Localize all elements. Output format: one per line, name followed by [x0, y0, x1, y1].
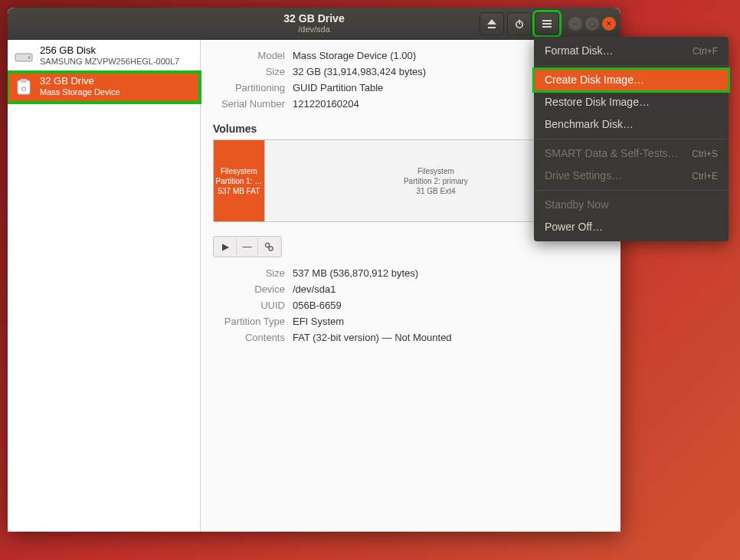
- disk-subtitle: Mass Storage Device: [40, 87, 120, 97]
- menu-label: Standby Now: [545, 197, 608, 213]
- close-button[interactable]: ✕: [602, 17, 616, 31]
- partition-settings-button[interactable]: [258, 238, 280, 255]
- vol-line: Filesystem: [417, 166, 454, 176]
- maximize-button[interactable]: ▢: [585, 17, 599, 31]
- menu-restore-disk-image[interactable]: Restore Disk Image…: [534, 91, 729, 113]
- menu-format-disk[interactable]: Format Disk… Ctrl+F: [534, 40, 729, 62]
- vol-line: Partition 1: …: [216, 176, 263, 186]
- vol-line: Partition 2: primary: [404, 176, 468, 186]
- window-title: 32 GB Drive: [283, 13, 344, 25]
- menu-label: Restore Disk Image…: [545, 94, 650, 110]
- minimize-button[interactable]: –: [568, 17, 582, 31]
- value-vol-size: 537 MB (536,870,912 bytes): [293, 267, 608, 279]
- value-vol-uuid: 056B-6659: [293, 300, 608, 311]
- menu-accel: Ctrl+S: [692, 147, 718, 161]
- window-subtitle: /dev/sda: [283, 25, 344, 34]
- menu-label: Create Disk Image…: [545, 72, 644, 88]
- value-vol-contents: FAT (32-bit version) — Not Mounted: [293, 332, 608, 343]
- power-button[interactable]: [507, 12, 532, 35]
- menu-label: Format Disk…: [545, 43, 613, 59]
- label-partitioning: Partitioning: [213, 82, 293, 93]
- menu-accel: Ctrl+F: [693, 44, 718, 58]
- disk-item-32gb[interactable]: 32 GB Drive Mass Storage Device: [8, 72, 200, 103]
- drive-menu: Format Disk… Ctrl+F Create Disk Image… R…: [534, 37, 729, 241]
- menu-standby-now: Standby Now: [534, 194, 729, 216]
- disk-item-256gb[interactable]: 256 GB Disk SAMSUNG MZVPW256HEGL-000L7: [8, 41, 200, 72]
- vol-line: 31 GB Ext4: [416, 186, 455, 196]
- svg-point-8: [269, 247, 273, 251]
- vol-line: Filesystem: [221, 166, 257, 176]
- label-vol-ptype: Partition Type: [213, 316, 293, 327]
- hdd-icon: [14, 47, 34, 67]
- svg-point-7: [265, 243, 269, 247]
- menu-smart-data: SMART Data & Self-Tests… Ctrl+S: [534, 142, 729, 165]
- disk-title: 256 GB Disk: [40, 44, 179, 57]
- volume-partition-1[interactable]: Filesystem Partition 1: … 537 MB FAT: [214, 140, 265, 221]
- menu-separator: [534, 190, 729, 191]
- menu-separator: [534, 139, 729, 139]
- titlebar-actions: – ▢ ✕: [480, 12, 620, 35]
- volume-toolbar: ▶ —: [213, 236, 282, 257]
- menu-drive-settings: Drive Settings… Ctrl+E: [534, 165, 729, 187]
- disks-window: 32 GB Drive /dev/sda – ▢ ✕: [8, 8, 620, 532]
- menu-accel: Ctrl+E: [692, 169, 718, 183]
- menu-separator: [534, 65, 729, 66]
- disk-subtitle: SAMSUNG MZVPW256HEGL-000L7: [40, 57, 179, 67]
- menu-label: Power Off…: [545, 219, 603, 235]
- label-size: Size: [213, 66, 293, 77]
- svg-rect-5: [21, 79, 27, 83]
- titlebar[interactable]: 32 GB Drive /dev/sda – ▢ ✕: [8, 8, 620, 40]
- svg-point-3: [28, 57, 31, 59]
- disk-title: 32 GB Drive: [40, 75, 120, 87]
- menu-label: Drive Settings…: [545, 168, 622, 184]
- value-vol-device: /dev/sda1: [293, 283, 608, 295]
- label-model: Model: [213, 50, 293, 61]
- usb-icon: [14, 77, 34, 97]
- title-center: 32 GB Drive /dev/sda: [283, 13, 344, 34]
- window-controls: – ▢ ✕: [568, 17, 616, 31]
- label-serial: Serial Number: [213, 98, 293, 110]
- sidebar: 256 GB Disk SAMSUNG MZVPW256HEGL-000L7 3…: [8, 40, 201, 532]
- eject-button[interactable]: [480, 12, 504, 35]
- hamburger-menu-button[interactable]: [535, 12, 559, 35]
- menu-benchmark-disk[interactable]: Benchmark Disk…: [534, 113, 729, 136]
- label-vol-uuid: UUID: [213, 300, 293, 311]
- value-vol-ptype: EFI System: [293, 316, 608, 327]
- vol-line: 537 MB FAT: [218, 186, 260, 196]
- mount-button[interactable]: ▶: [215, 238, 237, 255]
- label-vol-size: Size: [213, 267, 293, 279]
- delete-partition-button[interactable]: —: [237, 238, 258, 255]
- label-vol-device: Device: [213, 283, 293, 295]
- content: 256 GB Disk SAMSUNG MZVPW256HEGL-000L7 3…: [8, 40, 620, 532]
- menu-label: SMART Data & Self-Tests…: [545, 146, 679, 162]
- menu-create-disk-image[interactable]: Create Disk Image…: [534, 69, 729, 91]
- label-vol-contents: Contents: [213, 332, 293, 343]
- menu-label: Benchmark Disk…: [545, 116, 634, 133]
- svg-rect-1: [519, 19, 520, 24]
- menu-power-off[interactable]: Power Off…: [534, 216, 729, 238]
